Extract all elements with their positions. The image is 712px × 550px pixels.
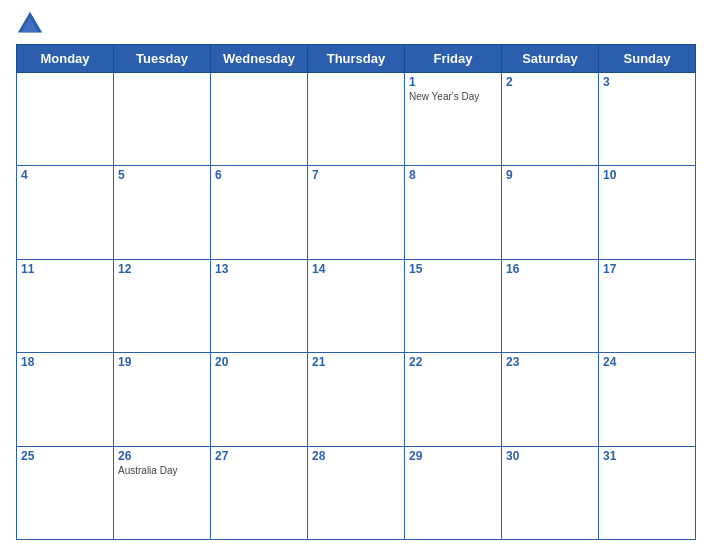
holiday-label: New Year's Day (409, 91, 497, 102)
weekday-header-monday: Monday (17, 45, 114, 73)
calendar-cell: 4 (17, 166, 114, 259)
calendar-cell: 27 (211, 446, 308, 539)
weekday-header-wednesday: Wednesday (211, 45, 308, 73)
calendar-cell (211, 73, 308, 166)
day-number: 17 (603, 262, 691, 276)
calendar-header (16, 10, 696, 38)
calendar-cell: 6 (211, 166, 308, 259)
day-number: 31 (603, 449, 691, 463)
general-blue-logo-icon (16, 10, 44, 38)
day-number: 8 (409, 168, 497, 182)
day-number: 4 (21, 168, 109, 182)
day-number: 25 (21, 449, 109, 463)
calendar-table: MondayTuesdayWednesdayThursdayFridaySatu… (16, 44, 696, 540)
week-row-4: 18192021222324 (17, 353, 696, 446)
calendar-cell: 20 (211, 353, 308, 446)
calendar-cell: 25 (17, 446, 114, 539)
day-number: 1 (409, 75, 497, 89)
week-row-3: 11121314151617 (17, 259, 696, 352)
day-number: 3 (603, 75, 691, 89)
calendar-cell (17, 73, 114, 166)
day-number: 26 (118, 449, 206, 463)
day-number: 22 (409, 355, 497, 369)
week-row-2: 45678910 (17, 166, 696, 259)
calendar-cell: 24 (599, 353, 696, 446)
day-number: 15 (409, 262, 497, 276)
day-number: 27 (215, 449, 303, 463)
calendar-cell: 29 (405, 446, 502, 539)
day-number: 9 (506, 168, 594, 182)
calendar-cell: 3 (599, 73, 696, 166)
calendar-cell: 19 (114, 353, 211, 446)
calendar-cell (308, 73, 405, 166)
calendar-cell: 28 (308, 446, 405, 539)
day-number: 6 (215, 168, 303, 182)
day-number: 2 (506, 75, 594, 89)
weekday-header-thursday: Thursday (308, 45, 405, 73)
day-number: 21 (312, 355, 400, 369)
calendar-cell: 7 (308, 166, 405, 259)
week-row-1: 1New Year's Day23 (17, 73, 696, 166)
day-number: 19 (118, 355, 206, 369)
holiday-label: Australia Day (118, 465, 206, 476)
calendar-cell: 10 (599, 166, 696, 259)
calendar-cell: 11 (17, 259, 114, 352)
weekday-header-row: MondayTuesdayWednesdayThursdayFridaySatu… (17, 45, 696, 73)
weekday-header-saturday: Saturday (502, 45, 599, 73)
calendar-cell: 21 (308, 353, 405, 446)
calendar-cell: 8 (405, 166, 502, 259)
day-number: 7 (312, 168, 400, 182)
calendar-cell: 22 (405, 353, 502, 446)
day-number: 28 (312, 449, 400, 463)
calendar-cell: 17 (599, 259, 696, 352)
calendar-cell: 2 (502, 73, 599, 166)
calendar-cell: 13 (211, 259, 308, 352)
day-number: 13 (215, 262, 303, 276)
day-number: 5 (118, 168, 206, 182)
calendar-cell (114, 73, 211, 166)
day-number: 23 (506, 355, 594, 369)
calendar-cell: 18 (17, 353, 114, 446)
week-row-5: 2526Australia Day2728293031 (17, 446, 696, 539)
weekday-header-sunday: Sunday (599, 45, 696, 73)
day-number: 30 (506, 449, 594, 463)
day-number: 16 (506, 262, 594, 276)
weekday-header-tuesday: Tuesday (114, 45, 211, 73)
calendar-cell: 15 (405, 259, 502, 352)
day-number: 29 (409, 449, 497, 463)
calendar-cell: 5 (114, 166, 211, 259)
day-number: 24 (603, 355, 691, 369)
calendar-cell: 31 (599, 446, 696, 539)
day-number: 11 (21, 262, 109, 276)
weekday-header-friday: Friday (405, 45, 502, 73)
calendar-cell: 12 (114, 259, 211, 352)
calendar-cell: 1New Year's Day (405, 73, 502, 166)
calendar-cell: 16 (502, 259, 599, 352)
calendar-cell: 14 (308, 259, 405, 352)
day-number: 14 (312, 262, 400, 276)
day-number: 18 (21, 355, 109, 369)
calendar-cell: 9 (502, 166, 599, 259)
calendar-cell: 30 (502, 446, 599, 539)
day-number: 20 (215, 355, 303, 369)
calendar-cell: 23 (502, 353, 599, 446)
logo (16, 10, 46, 38)
calendar-cell: 26Australia Day (114, 446, 211, 539)
day-number: 12 (118, 262, 206, 276)
day-number: 10 (603, 168, 691, 182)
